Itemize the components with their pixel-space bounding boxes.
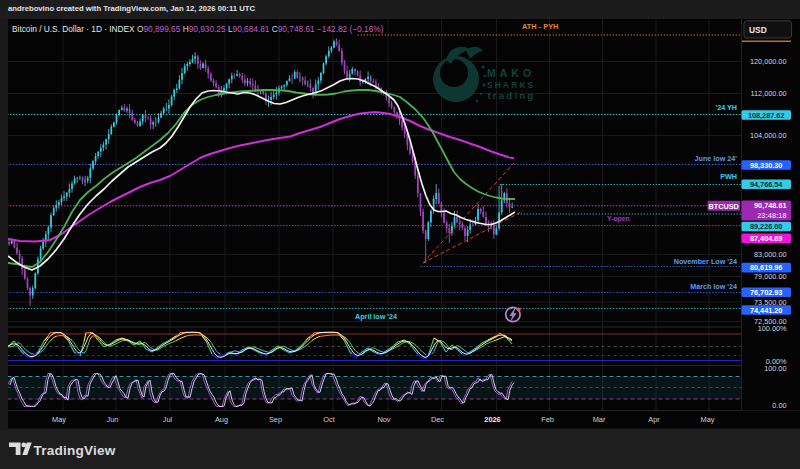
- svg-text:90,748.61: 90,748.61: [754, 201, 786, 210]
- svg-text:2026: 2026: [484, 415, 500, 424]
- svg-text:March low '24: March low '24: [690, 282, 737, 291]
- svg-text:89,226.00: 89,226.00: [750, 222, 782, 231]
- svg-text:76,702.93: 76,702.93: [750, 288, 782, 297]
- svg-text:May: May: [52, 415, 66, 424]
- svg-text:Y-open: Y-open: [607, 215, 630, 223]
- svg-text:120,000.00: 120,000.00: [750, 57, 787, 66]
- svg-text:'24 YH: '24 YH: [715, 103, 737, 112]
- svg-text:Jun: Jun: [107, 415, 119, 424]
- svg-text:trading: trading: [488, 90, 536, 101]
- svg-text:Mar: Mar: [593, 415, 606, 424]
- svg-text:PWH: PWH: [720, 172, 737, 181]
- svg-text:112,000.00: 112,000.00: [751, 89, 787, 98]
- svg-text:May: May: [701, 415, 715, 424]
- svg-text:100.00%: 100.00%: [758, 324, 787, 333]
- svg-text:USD: USD: [749, 25, 767, 35]
- svg-text:SHARKS: SHARKS: [487, 81, 535, 90]
- svg-text:100.00: 100.00: [764, 364, 786, 373]
- svg-text:104,000.00: 104,000.00: [750, 131, 787, 140]
- svg-text:79,000.00: 79,000.00: [754, 272, 786, 281]
- svg-text:Oct: Oct: [323, 415, 335, 424]
- svg-text:Aug: Aug: [215, 415, 228, 424]
- svg-text:87,404.69: 87,404.69: [750, 234, 782, 243]
- svg-text:MAKO: MAKO: [487, 67, 535, 79]
- svg-text:April low '24: April low '24: [355, 312, 397, 321]
- svg-text:80,619.96: 80,619.96: [750, 263, 782, 272]
- svg-text:Jul: Jul: [163, 415, 173, 424]
- svg-text:TradingView: TradingView: [34, 443, 116, 458]
- svg-text:Dec: Dec: [431, 415, 444, 424]
- svg-text:83,000.00: 83,000.00: [754, 250, 786, 259]
- svg-text:November Low '24: November Low '24: [674, 257, 737, 266]
- svg-text:0.00: 0.00: [772, 401, 786, 410]
- svg-text:23:48:18: 23:48:18: [757, 211, 786, 220]
- svg-text:Nov: Nov: [377, 415, 390, 424]
- svg-text:ATH - PYH: ATH - PYH: [522, 22, 558, 31]
- svg-text:June low 24': June low 24': [695, 154, 738, 163]
- svg-text:94,766.54: 94,766.54: [750, 180, 783, 189]
- svg-text:98,330.30: 98,330.30: [750, 161, 782, 170]
- svg-text:74,441.20: 74,441.20: [750, 306, 782, 315]
- svg-text:BTCUSD: BTCUSD: [708, 202, 738, 211]
- svg-text:Feb: Feb: [541, 415, 554, 424]
- svg-text:108,287.62: 108,287.62: [748, 111, 785, 120]
- svg-text:Sep: Sep: [269, 415, 282, 424]
- svg-text:Apr: Apr: [648, 415, 660, 424]
